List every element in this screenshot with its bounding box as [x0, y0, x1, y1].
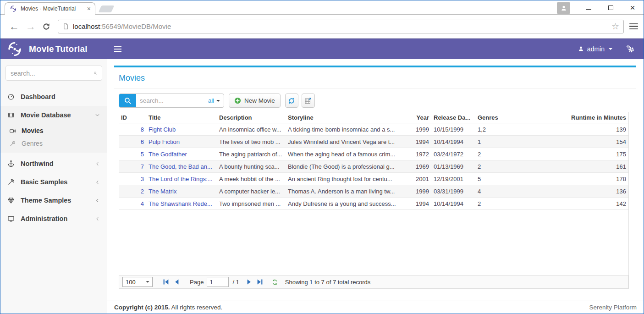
- column-header-release-date[interactable]: Release Da...: [431, 114, 475, 121]
- bookmark-star-icon[interactable]: ☆: [611, 21, 619, 32]
- sidebar-nav: Dashboard Movie Database Movies Genres: [0, 88, 107, 228]
- close-icon: ×: [630, 3, 635, 12]
- cell-movie-runtime: 175: [567, 151, 628, 158]
- table-row[interactable]: 3The Lord of the Rings:...A meek hobbit …: [119, 173, 628, 185]
- cell-movie-genres: 2: [475, 151, 567, 158]
- username: admin: [587, 45, 605, 53]
- cell-movie-description: A bounty hunting sca...: [217, 163, 286, 170]
- sidebar-item-basic-samples[interactable]: Basic Samples: [0, 173, 107, 191]
- next-page-button[interactable]: [246, 279, 252, 285]
- previous-page-button[interactable]: [174, 279, 180, 285]
- page-number-input[interactable]: [207, 277, 229, 287]
- sidebar-item-theme-samples[interactable]: Theme Samples: [0, 191, 107, 209]
- tab-close-icon[interactable]: ×: [87, 6, 91, 12]
- pager-status: Showing 1 to 7 of 7 total records: [285, 279, 370, 286]
- chevron-down-icon: [609, 48, 612, 50]
- browser-profile-icon[interactable]: [557, 2, 570, 14]
- footer: Copyright (c) 2015. All rights reserved.…: [107, 301, 644, 314]
- cell-movie-title-link[interactable]: The Godfather: [146, 151, 217, 158]
- page-label: Page: [190, 279, 204, 286]
- sidebar-item-administration[interactable]: Administration: [0, 209, 107, 228]
- cell-movie-storyline: When the aging head of a famous crim...: [286, 151, 400, 158]
- brand: MovieTutorial: [0, 41, 107, 57]
- last-page-button[interactable]: [257, 279, 263, 285]
- minimize-button[interactable]: [578, 1, 600, 14]
- settings-gears-icon[interactable]: [626, 45, 635, 53]
- app-header: MovieTutorial admin: [0, 39, 644, 59]
- cell-movie-id: 3: [119, 176, 146, 182]
- content-area: Movies all: [107, 59, 644, 301]
- refresh-button[interactable]: [285, 94, 298, 108]
- browser-tab[interactable]: Movies - MovieTutorial ×: [5, 2, 95, 15]
- cell-movie-title-link[interactable]: The Matrix: [146, 188, 217, 195]
- sidebar-item-dashboard[interactable]: Dashboard: [0, 88, 107, 106]
- page-size-select[interactable]: 100: [122, 277, 153, 287]
- cell-movie-release-date: 03/31/1999: [431, 188, 475, 195]
- new-tab-button[interactable]: [99, 6, 115, 12]
- grid-search-input[interactable]: [136, 94, 208, 107]
- column-header-title[interactable]: Title: [146, 114, 217, 121]
- serenity-logo-icon: [6, 41, 23, 57]
- cell-movie-genres: 1: [475, 138, 567, 145]
- reload-button[interactable]: [42, 22, 50, 31]
- sidebar-item-northwind[interactable]: Northwind: [0, 154, 107, 173]
- table-row[interactable]: 2The MatrixA computer hacker le...Thomas…: [119, 185, 628, 198]
- column-header-description[interactable]: Description: [217, 114, 286, 121]
- chevron-down-icon: [95, 113, 100, 118]
- table-row[interactable]: 7The Good, the Bad an...A bounty hunting…: [119, 160, 628, 173]
- sidebar-search-box: [6, 66, 102, 81]
- column-header-genres[interactable]: Genres: [475, 114, 567, 121]
- search-icon: [94, 70, 97, 77]
- url-bar[interactable]: localhost:56549/MovieDB/Movie ☆: [58, 20, 624, 33]
- wand-icon: [7, 178, 15, 186]
- search-field-select[interactable]: all: [208, 94, 224, 107]
- maximize-button[interactable]: [600, 1, 622, 14]
- table-row[interactable]: 4The Shawshank Rede...Two imprisoned men…: [119, 198, 628, 210]
- table-row[interactable]: 6Pulp FictionThe lives of two mob ...Jul…: [119, 136, 628, 148]
- favicon-swirl-icon: [10, 5, 17, 12]
- sidebar-search-input[interactable]: [11, 70, 94, 77]
- user-menu[interactable]: admin: [578, 45, 612, 53]
- new-movie-button[interactable]: New Movie: [229, 94, 281, 108]
- sidebar-item-genres[interactable]: Genres: [0, 137, 107, 150]
- column-header-storyline[interactable]: Storyline: [286, 114, 400, 121]
- cell-movie-year: 1972: [400, 151, 431, 158]
- table-row[interactable]: 8Fight ClubAn insomniac office w...A tic…: [119, 123, 628, 136]
- browser-menu-icon[interactable]: [629, 22, 638, 31]
- sidebar-item-movie-database[interactable]: Movie Database: [0, 106, 107, 124]
- anchor-icon: [7, 160, 15, 167]
- cell-movie-genres: 4: [475, 188, 567, 195]
- cell-movie-title-link[interactable]: Fight Club: [146, 126, 217, 133]
- first-page-button[interactable]: [163, 279, 169, 285]
- cell-movie-release-date: 01/13/1969: [431, 163, 475, 170]
- column-header-id[interactable]: ID: [119, 114, 146, 121]
- grid-body: 8Fight ClubAn insomniac office w...A tic…: [119, 123, 628, 210]
- back-button[interactable]: ←: [9, 22, 19, 32]
- grid-pager: 100 Page / 1: [119, 275, 628, 289]
- forward-button[interactable]: →: [26, 22, 36, 32]
- plus-circle-icon: [234, 97, 241, 104]
- user-icon: [578, 46, 584, 52]
- pager-refresh-icon[interactable]: [271, 279, 278, 286]
- caret-down-icon: [146, 281, 149, 283]
- column-header-runtime[interactable]: Runtime in Minutes: [567, 114, 628, 121]
- close-button[interactable]: ×: [622, 1, 644, 14]
- cell-movie-description: The lives of two mob ...: [217, 138, 286, 145]
- browser-titlebar: Movies - MovieTutorial × ×: [0, 0, 644, 15]
- quick-search-button[interactable]: [119, 94, 136, 107]
- sidebar-toggle-icon[interactable]: [114, 45, 121, 53]
- cell-movie-title-link[interactable]: The Shawshank Rede...: [146, 200, 217, 207]
- table-row[interactable]: 5The GodfatherThe aging patriarch of...W…: [119, 148, 628, 160]
- column-header-year[interactable]: Year: [400, 114, 431, 121]
- cell-movie-title-link[interactable]: The Good, the Bad an...: [146, 163, 217, 170]
- header-right: admin: [578, 45, 644, 53]
- monitor-icon: [7, 215, 15, 222]
- sidebar-item-movies[interactable]: Movies: [0, 124, 107, 137]
- cell-movie-description: An insomniac office w...: [217, 126, 286, 133]
- maximize-icon: [608, 6, 613, 10]
- column-picker-button[interactable]: [302, 94, 315, 108]
- cell-movie-runtime: 154: [567, 138, 628, 145]
- pin-icon: [9, 140, 16, 147]
- cell-movie-title-link[interactable]: Pulp Fiction: [146, 138, 217, 145]
- cell-movie-title-link[interactable]: The Lord of the Rings:...: [146, 176, 217, 182]
